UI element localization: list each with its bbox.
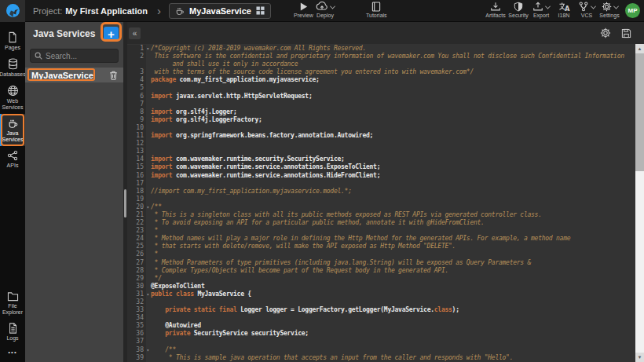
code-text: * This is sample java operation that acc… (146, 354, 513, 362)
search-input[interactable] (46, 52, 114, 60)
scroll-up-button[interactable]: ▲ (635, 44, 644, 53)
preview-button[interactable]: Preview (294, 1, 313, 18)
wavemaker-logo[interactable] (0, 0, 25, 22)
add-java-service-button[interactable]: + (104, 27, 119, 42)
line-number: 15 (127, 163, 146, 171)
tutorials-button[interactable]: Tutorials (366, 1, 387, 18)
code-row: 9import org.slf4j.LoggerFactory; (127, 116, 635, 124)
chevron-down-icon (330, 4, 335, 9)
artifacts-button[interactable]: Artifacts (485, 1, 506, 18)
code-row: 23 * (127, 227, 635, 235)
vcs-button[interactable]: VCS (576, 1, 597, 18)
sidebar-item-label: Databases (0, 71, 26, 78)
delete-service-button[interactable] (109, 71, 118, 80)
code-row: 35 @Autowired (127, 322, 635, 330)
line-number: 36 (127, 330, 146, 338)
code-row: 30@ExposeToClient (127, 283, 635, 291)
editor-tools (600, 27, 631, 38)
line-number: 37 (127, 338, 146, 346)
database-icon (7, 58, 19, 70)
line-number: 4 (127, 76, 146, 84)
sidebar-item-web-services[interactable]: Web Services (0, 81, 25, 114)
tab-myjavaservice[interactable]: MyJavaService (169, 3, 271, 19)
code-text: import com.wavemaker.runtime.security.Se… (146, 155, 345, 163)
log-file-icon (8, 323, 18, 334)
resize-handle[interactable] (124, 189, 126, 218)
fold-marker-icon[interactable]: ▾ (146, 45, 149, 53)
service-list-item-myjavaservice[interactable]: MyJavaService (25, 68, 123, 82)
line-number: 28 (127, 267, 146, 275)
line-number: 3 (127, 68, 146, 76)
line-number: 16 (127, 172, 146, 180)
code-text: import org.springframework.beans.factory… (146, 132, 373, 140)
user-avatar[interactable]: MP (625, 3, 640, 18)
editor-toolbar: « (127, 22, 644, 44)
line-number: 33 (127, 306, 146, 314)
code-text: * (146, 227, 158, 235)
code-text (146, 338, 151, 346)
code-text: * Method Parameters of type primitives (… (146, 259, 531, 267)
code-text (146, 314, 151, 322)
wavemaker-studio: Project: My First Application › MyJavaSe… (0, 0, 644, 362)
grid-icon[interactable] (256, 6, 265, 15)
sidebar-more-button[interactable]: ••• (0, 345, 25, 362)
line-number: 2 (127, 53, 146, 60)
java-services-panel: Java Services + MyJavaService (25, 22, 123, 362)
code-text: import javax.servlet.http.HttpServletReq… (146, 93, 313, 101)
code-row: 33 private static final Logger logger = … (127, 306, 635, 314)
sidebar-item-apis[interactable]: APIs (0, 146, 25, 172)
top-bar: Project: My First Application › MyJavaSe… (0, 0, 644, 22)
export-label: Export (533, 13, 549, 18)
export-button[interactable]: Export (531, 1, 551, 18)
project-name[interactable]: My First Application (65, 6, 148, 16)
settings-button[interactable]: Settings (599, 1, 620, 18)
vcs-label: VCS (581, 13, 592, 18)
fold-marker-icon[interactable]: ▾ (146, 291, 149, 298)
save-icon[interactable] (621, 28, 631, 38)
security-label: Security (508, 13, 528, 18)
sidebar-item-label: Web Services (1, 98, 24, 111)
line-number: 27 (127, 259, 146, 267)
code-text (146, 140, 151, 148)
code-text: * Complex Types/Objects will become part… (146, 267, 448, 275)
tutorials-label: Tutorials (366, 13, 387, 18)
line-number: 7 (127, 101, 146, 108)
line-number: 17 (127, 180, 146, 188)
code-row: 17 (127, 180, 635, 188)
fold-marker-icon[interactable]: ▾ (146, 346, 149, 354)
code-text: * (146, 250, 158, 258)
line-number: 18 (127, 188, 146, 196)
line-number: 14 (127, 155, 146, 163)
i18n-button[interactable]: A I18N (554, 1, 574, 18)
chevron-down-icon (613, 4, 618, 9)
scrollbar-thumb[interactable] (635, 53, 644, 171)
line-number: 25 (127, 243, 146, 250)
sidebar-item-databases[interactable]: Databases (0, 54, 25, 81)
svg-text:A: A (564, 5, 569, 12)
sidebar-item-java-services[interactable]: Java Services (0, 114, 25, 146)
scroll-down-button[interactable]: ▼ (635, 353, 644, 362)
editor-settings-gear-icon[interactable] (600, 27, 611, 38)
chevron-down-icon (591, 4, 596, 9)
security-button[interactable]: Security (508, 1, 529, 18)
code-area[interactable]: 1▾/*Copyright (c) 2018-2019 wavemaker.co… (127, 44, 644, 362)
sidebar-item-logs[interactable]: Logs (0, 319, 25, 345)
book-icon (371, 2, 381, 12)
code-row: 19 (127, 196, 635, 203)
line-number: 1▾ (127, 45, 146, 53)
line-number: 39 (127, 354, 146, 362)
collapse-panel-button[interactable]: « (129, 27, 141, 39)
artifacts-label: Artifacts (485, 13, 505, 18)
line-number: 26 (127, 250, 146, 258)
line-number: 8 (127, 108, 146, 116)
code-text: import org.slf4j.Logger; (146, 108, 237, 116)
trash-icon (109, 71, 118, 80)
sidebar-item-pages[interactable]: Pages (0, 27, 25, 54)
code-text (146, 124, 151, 132)
cloud-upload-icon (316, 2, 328, 12)
deploy-button[interactable]: Deploy (316, 1, 335, 18)
fold-marker-icon[interactable]: ▾ (146, 203, 149, 211)
line-number: 34 (127, 314, 146, 322)
line-number (127, 60, 146, 68)
sidebar-item-file-explorer[interactable]: File Explorer (0, 287, 25, 319)
